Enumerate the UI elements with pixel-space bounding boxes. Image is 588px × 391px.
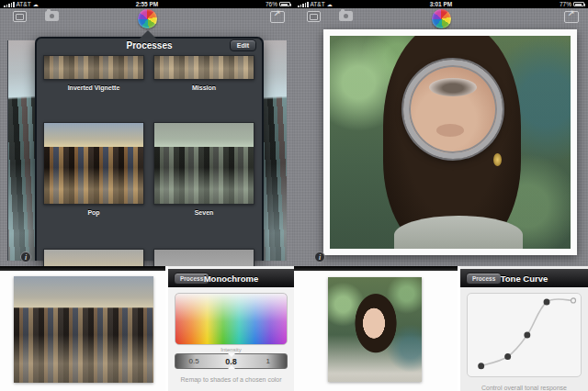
portrait-earring bbox=[493, 153, 502, 166]
process-thumb-inverted-vignette[interactable] bbox=[43, 55, 144, 80]
process-label: Inverted Vignette bbox=[43, 84, 144, 91]
process-label: Pop bbox=[43, 209, 144, 216]
process-thumb-partial-right[interactable] bbox=[153, 249, 254, 266]
monochrome-caption: Remap to shades of a chosen color bbox=[168, 376, 294, 383]
popover-arrow bbox=[140, 30, 156, 39]
tone-curve-title: Tone Curve bbox=[460, 274, 588, 284]
monochrome-header: Process Monochrome bbox=[168, 269, 294, 287]
battery-icon bbox=[279, 2, 290, 6]
portrait-photo bbox=[330, 36, 571, 249]
dial-value: 1 bbox=[250, 357, 287, 365]
background-photo-right-edge bbox=[264, 40, 287, 261]
portrait-dress bbox=[394, 216, 523, 249]
background-photo-left-edge bbox=[7, 40, 35, 261]
clock-label: 3:01 PM bbox=[294, 1, 588, 7]
panel-top-edge bbox=[294, 266, 458, 271]
camera-icon[interactable] bbox=[339, 11, 353, 21]
monochrome-title: Monochrome bbox=[168, 274, 294, 284]
panel-top-edge bbox=[0, 266, 165, 271]
popover-title: Processes bbox=[37, 40, 262, 50]
curve-control-point[interactable] bbox=[571, 298, 576, 303]
process-thumb-partial-left[interactable] bbox=[43, 249, 144, 266]
panel-portrait-photo bbox=[294, 266, 458, 391]
dial-value: 0.5 bbox=[175, 357, 212, 365]
battery-icon bbox=[573, 2, 584, 6]
panel-tone-curve: Process Tone Curve Control overall tonal… bbox=[458, 266, 588, 391]
portrait-thumbnail bbox=[328, 277, 422, 382]
dial-value-selected: 0.8 bbox=[212, 357, 249, 366]
tone-curve-header: Process Tone Curve bbox=[460, 269, 588, 287]
process-label: Mission bbox=[153, 84, 254, 91]
screenshot-collage: AT&T ☁ 2:55 PM 76% Processes Edit Invert… bbox=[0, 0, 588, 391]
share-icon[interactable] bbox=[270, 11, 285, 23]
panel-monochrome: Process Monochrome Intensity 0.5 0.8 1 R… bbox=[165, 266, 294, 391]
processes-popover: Processes Edit Inverted Vignette Pop Mis… bbox=[35, 37, 264, 261]
tone-curve-caption: Control overall tonal response bbox=[460, 385, 588, 391]
app-logo-icon[interactable] bbox=[138, 9, 157, 28]
curve-control-point[interactable] bbox=[544, 298, 550, 305]
cityscape-photo bbox=[14, 276, 153, 383]
tone-curve-editor[interactable] bbox=[467, 293, 582, 377]
albums-icon[interactable] bbox=[13, 11, 27, 22]
curve-control-point[interactable] bbox=[504, 353, 511, 360]
panel-cityscape-photo bbox=[0, 266, 165, 391]
edit-button[interactable]: Edit bbox=[230, 39, 256, 51]
intensity-dial[interactable]: 0.5 0.8 1 bbox=[175, 353, 288, 369]
tone-curve-plot bbox=[468, 294, 581, 376]
ipad-screen-right: AT&T ☁ 3:01 PM 77% i bbox=[294, 0, 588, 266]
hue-saturation-picker[interactable] bbox=[175, 293, 288, 345]
curve-control-point[interactable] bbox=[478, 363, 484, 369]
magnifier-loupe[interactable] bbox=[403, 60, 503, 159]
process-thumb-seven[interactable] bbox=[153, 122, 254, 205]
intensity-label: Intensity bbox=[168, 347, 294, 352]
info-button[interactable]: i bbox=[20, 251, 31, 263]
process-label: Seven bbox=[153, 209, 254, 216]
albums-icon[interactable] bbox=[307, 11, 321, 22]
photo-canvas[interactable] bbox=[323, 29, 577, 255]
bottom-panel-row: Process Monochrome Intensity 0.5 0.8 1 R… bbox=[0, 266, 588, 391]
app-logo-icon[interactable] bbox=[432, 9, 451, 28]
curve-control-point[interactable] bbox=[524, 331, 530, 338]
clock-label: 2:55 PM bbox=[0, 1, 294, 7]
process-thumb-mission[interactable] bbox=[153, 55, 254, 80]
status-bar: AT&T ☁ 2:55 PM 76% bbox=[0, 0, 294, 8]
process-thumb-pop[interactable] bbox=[43, 122, 144, 205]
share-icon[interactable] bbox=[564, 11, 579, 23]
ipad-screen-left: AT&T ☁ 2:55 PM 76% Processes Edit Invert… bbox=[0, 0, 294, 266]
info-button[interactable]: i bbox=[314, 251, 325, 263]
camera-icon[interactable] bbox=[45, 11, 59, 21]
status-bar: AT&T ☁ 3:01 PM 77% bbox=[294, 0, 588, 8]
